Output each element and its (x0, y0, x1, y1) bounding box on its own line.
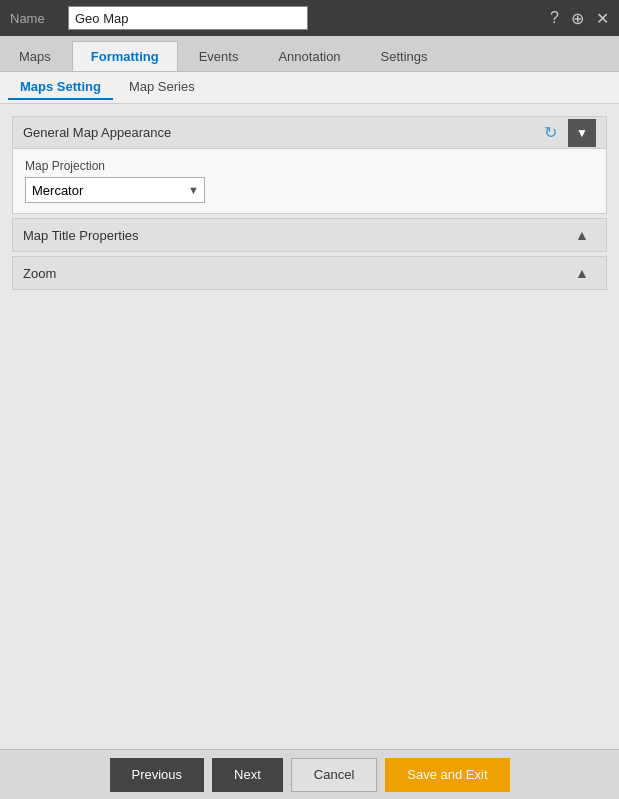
name-label: Name (10, 11, 60, 26)
map-projection-label: Map Projection (25, 159, 594, 173)
section-general-map-appearance-icons: ↻ ▼ (536, 119, 596, 147)
save-and-exit-button[interactable]: Save and Exit (385, 758, 509, 792)
map-projection-select-wrapper: Mercator Robinson Equirectangular ▼ (25, 177, 205, 203)
section-map-title-properties: Map Title Properties ▲ (12, 218, 607, 252)
next-button[interactable]: Next (212, 758, 283, 792)
help-icon[interactable]: ? (550, 9, 559, 27)
section-zoom-icons: ▲ (568, 259, 596, 287)
footer: Previous Next Cancel Save and Exit (0, 749, 619, 799)
map-projection-select[interactable]: Mercator Robinson Equirectangular (25, 177, 205, 203)
section-map-title-properties-icons: ▲ (568, 221, 596, 249)
section-general-map-appearance-header[interactable]: General Map Appearance ↻ ▼ (13, 117, 606, 149)
map-title-collapse-icon[interactable]: ▲ (568, 221, 596, 249)
section-general-map-appearance: General Map Appearance ↻ ▼ Map Projectio… (12, 116, 607, 214)
previous-button[interactable]: Previous (110, 758, 205, 792)
tab-formatting[interactable]: Formatting (72, 41, 178, 71)
section-map-title-properties-title: Map Title Properties (23, 228, 568, 243)
reset-icon[interactable]: ↻ (536, 119, 564, 147)
section-zoom-title: Zoom (23, 266, 568, 281)
sub-tab-bar: Maps Setting Map Series (0, 72, 619, 104)
name-input[interactable] (68, 6, 308, 30)
section-zoom-header[interactable]: Zoom ▲ (13, 257, 606, 289)
move-icon[interactable]: ⊕ (571, 9, 584, 28)
tab-maps[interactable]: Maps (0, 41, 70, 71)
content-area: General Map Appearance ↻ ▼ Map Projectio… (0, 104, 619, 306)
tab-annotation[interactable]: Annotation (259, 41, 359, 71)
tab-bar: Maps Formatting Events Annotation Settin… (0, 36, 619, 72)
section-general-map-appearance-body: Map Projection Mercator Robinson Equirec… (13, 149, 606, 213)
collapse-icon[interactable]: ▼ (568, 119, 596, 147)
section-general-map-appearance-title: General Map Appearance (23, 125, 536, 140)
section-zoom: Zoom ▲ (12, 256, 607, 290)
title-bar: Name ? ⊕ ✕ (0, 0, 619, 36)
tab-settings[interactable]: Settings (362, 41, 447, 71)
cancel-button[interactable]: Cancel (291, 758, 377, 792)
zoom-collapse-icon[interactable]: ▲ (568, 259, 596, 287)
sub-tab-maps-setting[interactable]: Maps Setting (8, 75, 113, 100)
title-icons: ? ⊕ ✕ (550, 9, 609, 28)
tab-events[interactable]: Events (180, 41, 258, 71)
section-map-title-properties-header[interactable]: Map Title Properties ▲ (13, 219, 606, 251)
close-icon[interactable]: ✕ (596, 9, 609, 28)
sub-tab-map-series[interactable]: Map Series (117, 75, 207, 100)
